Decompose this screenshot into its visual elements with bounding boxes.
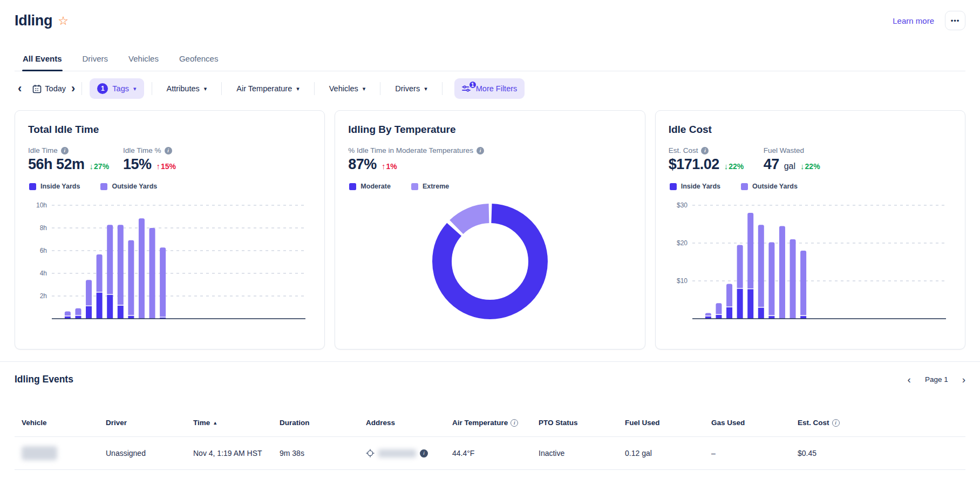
info-icon[interactable]: i (511, 419, 518, 427)
vehicles-filter-label: Vehicles (329, 84, 358, 93)
cell-fuel-used: 0.12 gal (625, 449, 711, 458)
chart-legend: Inside Yards Outside Yards (29, 183, 311, 190)
info-icon[interactable]: i (832, 419, 840, 427)
extreme-swatch (411, 183, 418, 190)
cell-vehicle[interactable] (22, 446, 106, 460)
column-header-vehicle[interactable]: Vehicle (22, 419, 106, 427)
drivers-filter-dropdown[interactable]: Drivers ▾ (384, 84, 438, 93)
arrow-up-icon: ↑ (382, 162, 386, 171)
delta-value: 27% (94, 162, 109, 171)
chart-legend: Moderate Extreme (349, 183, 631, 190)
more-menu-button[interactable]: ••• (945, 11, 965, 30)
caret-down-icon: ▾ (204, 85, 207, 92)
events-title: Idling Events (15, 374, 73, 385)
page-label: Page 1 (925, 375, 948, 384)
legend-label: Outside Yards (752, 183, 798, 190)
delta-value: 1% (386, 162, 397, 171)
outside-yards-swatch (100, 183, 107, 190)
column-header-fuel-used[interactable]: Fuel Used (625, 419, 711, 427)
column-header-air-temperature[interactable]: Air Temperaturei (452, 419, 539, 427)
delta-badge: ↑ 1% (382, 162, 397, 171)
chart-legend: Inside Yards Outside Yards (670, 183, 952, 190)
stat-value: $171.02 (669, 156, 719, 173)
divider (380, 82, 380, 95)
more-filters-button[interactable]: 1 More Filters (454, 78, 525, 99)
table-row[interactable]: Unassigned Nov 4, 1:19 AM HST 9m 38s i 4… (15, 437, 965, 470)
tab-all-events[interactable]: All Events (22, 49, 63, 71)
tags-filter-dropdown[interactable]: 1 Tags ▾ (90, 78, 144, 99)
svg-text:4h: 4h (40, 270, 47, 277)
column-header-address[interactable]: Address (366, 419, 452, 427)
column-header-driver[interactable]: Driver (106, 419, 193, 427)
crosshair-location-icon (366, 449, 375, 458)
card-title: Idling By Temperature (348, 124, 631, 136)
tab-vehicles[interactable]: Vehicles (128, 49, 159, 71)
vehicles-filter-dropdown[interactable]: Vehicles ▾ (318, 84, 377, 93)
stat-value: 87% (348, 156, 377, 173)
delta-value: 22% (729, 162, 744, 171)
column-header-gas-used[interactable]: Gas Used (711, 419, 798, 427)
stat-label: Idle Time % (123, 146, 161, 154)
arrow-up-icon: ↑ (156, 162, 161, 171)
total-idle-time-card: Total Idle Time Idle Time i 56h 52m ↓ 27… (15, 110, 325, 349)
cell-time: Nov 4, 1:19 AM HST (193, 449, 280, 458)
date-range-label[interactable]: Today (45, 84, 66, 93)
stat-value: 15% (123, 156, 152, 173)
column-header-duration[interactable]: Duration (280, 419, 366, 427)
column-header-pto-status[interactable]: PTO Status (539, 419, 625, 427)
est-cost-stat: Est. Cost i $171.02 ↓ 22% (669, 146, 764, 173)
air-temperature-filter-label: Air Temperature (236, 84, 292, 93)
caret-down-icon: ▾ (296, 85, 300, 92)
favorite-star-icon[interactable]: ☆ (58, 15, 69, 27)
svg-text:2h: 2h (40, 292, 47, 300)
legend-label: Outside Yards (112, 183, 157, 190)
attributes-filter-dropdown[interactable]: Attributes ▾ (155, 84, 219, 93)
info-icon[interactable]: i (701, 147, 709, 154)
delta-badge: ↓ 22% (724, 162, 744, 171)
tab-bar: All Events Drivers Vehicles Geofences (15, 49, 965, 71)
address-redacted (378, 449, 416, 458)
moderate-temp-stat: % Idle Time in Moderate Temperatures i 8… (348, 146, 488, 173)
tags-filter-label: Tags (112, 84, 129, 93)
info-icon[interactable]: i (165, 147, 172, 154)
cell-driver: Unassigned (106, 449, 193, 458)
page-prev-button[interactable]: ‹ (908, 374, 911, 385)
caret-down-icon: ▾ (424, 85, 427, 92)
tab-drivers[interactable]: Drivers (82, 49, 109, 71)
vehicle-redacted (22, 446, 57, 460)
stat-label: % Idle Time in Moderate Temperatures (348, 146, 473, 154)
outside-yards-swatch (741, 183, 748, 190)
page-next-button[interactable]: › (962, 374, 965, 385)
chevron-left-icon: ‹ (18, 83, 22, 95)
learn-more-link[interactable]: Learn more (893, 16, 934, 25)
cell-pto-status: Inactive (539, 449, 625, 458)
column-header-est-cost[interactable]: Est. Costi (798, 419, 965, 427)
info-icon[interactable]: i (61, 147, 69, 154)
card-title: Idle Cost (669, 124, 952, 136)
page-title: Idling (15, 12, 52, 29)
cell-air-temperature: 44.4°F (452, 449, 539, 458)
tab-geofences[interactable]: Geofences (179, 49, 219, 71)
idling-by-temperature-card: Idling By Temperature % Idle Time in Mod… (335, 110, 645, 349)
column-header-time[interactable]: Time▲ (193, 419, 280, 427)
delta-badge: ↓ 22% (800, 162, 820, 171)
inside-yards-swatch (29, 183, 36, 190)
calendar-icon (32, 84, 42, 93)
divider (152, 82, 152, 95)
sort-asc-icon: ▲ (213, 420, 217, 426)
cell-address[interactable]: i (366, 449, 452, 458)
more-filters-count-badge: 1 (468, 80, 477, 89)
pagination: ‹ Page 1 › (908, 374, 965, 385)
ellipsis-icon: ••• (951, 17, 960, 25)
cell-duration: 9m 38s (280, 449, 366, 458)
date-prev-button[interactable]: ‹ (15, 79, 25, 98)
cell-gas-used: – (711, 449, 798, 458)
svg-text:$30: $30 (677, 201, 688, 209)
legend-label: Inside Yards (681, 183, 720, 190)
date-next-button[interactable]: › (68, 79, 78, 98)
info-icon[interactable]: i (420, 449, 428, 458)
info-icon[interactable]: i (477, 147, 484, 154)
air-temperature-filter-dropdown[interactable]: Air Temperature ▾ (225, 84, 310, 93)
more-filters-label: More Filters (476, 84, 518, 93)
moderate-swatch (349, 183, 356, 190)
